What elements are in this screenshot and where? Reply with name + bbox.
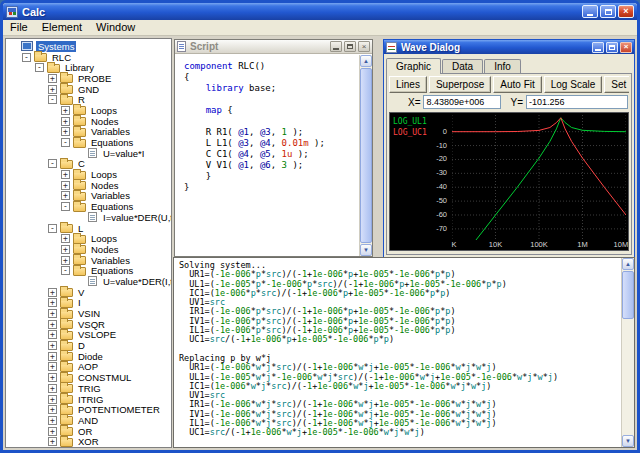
tree-item-variables[interactable]: +Variables: [6, 127, 171, 138]
tree-item-variables[interactable]: +Variables: [6, 191, 171, 202]
menu-file[interactable]: File: [3, 20, 35, 35]
tree-item-probe[interactable]: +PROBE: [6, 73, 171, 84]
tree-expander[interactable]: +: [48, 384, 57, 393]
tree-item-equations[interactable]: -Equations: [6, 265, 171, 276]
plot-canvas[interactable]: [452, 115, 626, 240]
tree-expander[interactable]: +: [61, 245, 70, 254]
tree-expander[interactable]: +: [61, 117, 70, 126]
y-value-field[interactable]: [526, 95, 628, 109]
script-maximize-button[interactable]: [344, 41, 356, 52]
maximize-button[interactable]: [600, 5, 616, 18]
component-tree[interactable]: Systems-RLC-Library+PROBE+GND-R+Loops+No…: [5, 38, 172, 448]
tree-expander[interactable]: +: [61, 127, 70, 136]
tree-item-constmul[interactable]: +CONSTMUL: [6, 372, 171, 383]
scroll-up-icon[interactable]: ▲: [622, 258, 634, 270]
tree-expander[interactable]: +: [48, 288, 57, 297]
tree-expander[interactable]: -: [61, 138, 70, 147]
tree-expander[interactable]: +: [48, 85, 57, 94]
script-close-button[interactable]: ×: [358, 41, 370, 52]
tree-item-loops[interactable]: +Loops: [6, 233, 171, 244]
tab-graphic[interactable]: Graphic: [386, 58, 441, 74]
tree-expander[interactable]: +: [48, 437, 57, 446]
tree-item-vsqr[interactable]: +VSQR: [6, 319, 171, 330]
auto-fit-button[interactable]: Auto Fit: [493, 76, 541, 93]
tree-expander[interactable]: +: [48, 395, 57, 404]
tree-expander[interactable]: +: [48, 405, 57, 414]
tree-item-r[interactable]: -R: [6, 94, 171, 105]
tree-item-u-value-i[interactable]: U=value*I: [6, 148, 171, 159]
tree-item-v[interactable]: +V: [6, 287, 171, 298]
menu-window[interactable]: Window: [89, 20, 142, 35]
tree-item-or[interactable]: +OR: [6, 426, 171, 437]
superpose-button[interactable]: Superpose: [429, 76, 491, 93]
tree-item-u-value-der-i-t[interactable]: U=value*DER(I,t): [6, 276, 171, 287]
tree-expander[interactable]: -: [48, 224, 57, 233]
tree-expander[interactable]: +: [48, 362, 57, 371]
titlebar[interactable]: Calc ×: [3, 3, 637, 20]
tree-item-equations[interactable]: -Equations: [6, 201, 171, 212]
tree-expander[interactable]: -: [48, 159, 57, 168]
tree-expander[interactable]: +: [61, 170, 70, 179]
wave-minimize-button[interactable]: [592, 42, 604, 53]
tree-item-aop[interactable]: +AOP: [6, 362, 171, 373]
tree-expander[interactable]: +: [61, 106, 70, 115]
tree-expander[interactable]: +: [48, 416, 57, 425]
wave-titlebar[interactable]: Wave Dialog ×: [384, 40, 634, 54]
tree-expander[interactable]: -: [22, 53, 31, 62]
tree-item-loops[interactable]: +Loops: [6, 105, 171, 116]
tab-info[interactable]: Info: [484, 59, 521, 73]
tree-item-rlc[interactable]: -RLC: [6, 52, 171, 63]
tree-expander[interactable]: -: [48, 95, 57, 104]
tree-item-variables[interactable]: +Variables: [6, 255, 171, 266]
tree-item-gnd[interactable]: +GND: [6, 84, 171, 95]
scrollbar-track[interactable]: [622, 271, 634, 434]
tree-item-d[interactable]: +D: [6, 340, 171, 351]
tree-expander[interactable]: +: [48, 427, 57, 436]
tree-item-potentiometer[interactable]: +POTENTIOMETER: [6, 404, 171, 415]
scroll-up-icon[interactable]: ▲: [360, 55, 372, 67]
tree-item-nodes[interactable]: +Nodes: [6, 116, 171, 127]
minimize-button[interactable]: [582, 5, 598, 18]
tree-item-i-value-der-u-t[interactable]: I=value*DER(U,t): [6, 212, 171, 223]
lines-button[interactable]: Lines: [389, 76, 427, 93]
tree-expander[interactable]: +: [48, 373, 57, 382]
script-titlebar[interactable]: Script ×: [175, 40, 372, 54]
tree-expander[interactable]: +: [48, 298, 57, 307]
close-button[interactable]: ×: [618, 5, 634, 18]
tree-item-loops[interactable]: +Loops: [6, 169, 171, 180]
tree-item-xor[interactable]: +XOR: [6, 436, 171, 447]
tree-expander[interactable]: +: [61, 181, 70, 190]
tree-item-vsin[interactable]: +VSIN: [6, 308, 171, 319]
x-value-field[interactable]: [423, 95, 501, 109]
tab-data[interactable]: Data: [442, 59, 483, 73]
tree-expander[interactable]: -: [61, 202, 70, 211]
tree-item-diode[interactable]: +Diode: [6, 351, 171, 362]
scrollbar-track[interactable]: [360, 68, 372, 243]
wave-maximize-button[interactable]: [606, 42, 618, 53]
tree-item-itrig[interactable]: +ITRIG: [6, 394, 171, 405]
tree-expander[interactable]: -: [61, 266, 70, 275]
tree-item-nodes[interactable]: +Nodes: [6, 180, 171, 191]
tree-expander[interactable]: +: [48, 74, 57, 83]
tree-item-nodes[interactable]: +Nodes: [6, 244, 171, 255]
tree-expander[interactable]: -: [35, 63, 44, 72]
tree-expander[interactable]: +: [48, 320, 57, 329]
tree-item-equations[interactable]: -Equations: [6, 137, 171, 148]
tree-item-c[interactable]: -C: [6, 159, 171, 170]
menu-element[interactable]: Element: [35, 20, 89, 35]
tree-expander[interactable]: +: [61, 256, 70, 265]
tree-expander[interactable]: +: [48, 330, 57, 339]
plot-area[interactable]: LOG_UL1LOG_UC1 0-10-20-30-40-50-60-70 K1…: [389, 112, 629, 251]
log-scale-button[interactable]: Log Scale: [544, 76, 602, 93]
tree-item-i[interactable]: +I: [6, 298, 171, 309]
tree-item-library[interactable]: -Library: [6, 62, 171, 73]
tree-item-trig[interactable]: +TRIG: [6, 383, 171, 394]
script-scrollbar[interactable]: ▲ ▼: [359, 55, 372, 256]
tree-item-l[interactable]: -L: [6, 223, 171, 234]
tree-item-systems[interactable]: Systems: [6, 41, 171, 52]
tree-expander[interactable]: +: [48, 341, 57, 350]
scrollbar-thumb[interactable]: [622, 271, 634, 319]
tree-item-vslope[interactable]: +VSLOPE: [6, 330, 171, 341]
set-mark-button[interactable]: Set Mark: [604, 76, 629, 93]
script-editor[interactable]: component RLC(){ library base; map { R R…: [175, 55, 359, 256]
